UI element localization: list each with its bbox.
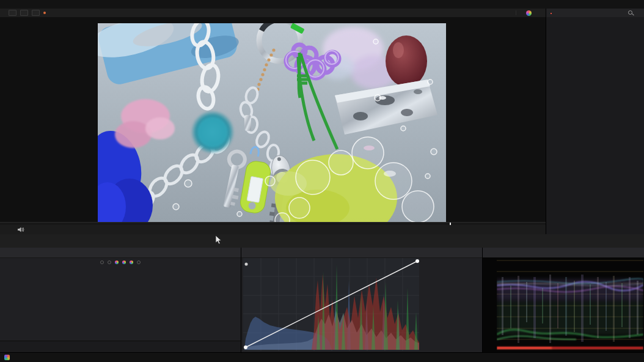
wipe-mode-c-button[interactable] xyxy=(32,10,40,16)
wheel-pagination xyxy=(0,258,241,266)
page-taskbar xyxy=(0,352,644,362)
divider xyxy=(516,10,516,15)
wipe-mode-b-button[interactable] xyxy=(20,10,28,16)
viewer-area xyxy=(0,17,546,222)
scopes-panel-header xyxy=(483,248,644,258)
scopes-panel xyxy=(483,248,644,353)
page-dot-active[interactable] xyxy=(115,260,119,264)
viewer-right-controls xyxy=(506,9,541,17)
project-title-area xyxy=(0,0,644,9)
library-panel-header xyxy=(546,9,644,17)
soft-clip-row xyxy=(422,269,481,278)
color-palette-icon[interactable] xyxy=(526,10,532,16)
waveform-scale xyxy=(484,259,496,350)
page-dot[interactable] xyxy=(100,260,104,264)
transport-bar xyxy=(0,225,546,235)
page-dot-active[interactable] xyxy=(122,260,126,264)
curves-panel xyxy=(241,248,483,353)
davinci-logo-icon xyxy=(4,355,10,360)
viewer-image xyxy=(98,23,446,222)
speaker-icon[interactable] xyxy=(18,227,24,232)
app-brand xyxy=(0,355,13,360)
curves-side-controls xyxy=(422,258,481,352)
hdr-bottom-controls xyxy=(0,341,241,353)
hdr-panel-header xyxy=(0,248,241,258)
curve-graph[interactable] xyxy=(243,258,419,351)
curves-panel-header xyxy=(241,248,482,258)
tab-library[interactable] xyxy=(551,12,552,14)
waveform-scope xyxy=(483,257,644,353)
page-dot[interactable] xyxy=(108,260,111,264)
waveform-trace xyxy=(497,259,643,350)
curve-edit-row xyxy=(422,258,481,267)
effects-library-panel xyxy=(546,17,644,235)
pen-tool-button[interactable] xyxy=(5,227,7,233)
timeline-select[interactable] xyxy=(262,9,264,17)
page-dot-active[interactable] xyxy=(130,260,133,264)
viewer-zoom-controls xyxy=(3,9,48,17)
palette-toolbar xyxy=(0,234,644,248)
top-bar xyxy=(0,0,644,9)
hdr-color-wheels-panel xyxy=(0,248,241,353)
search-icon[interactable] xyxy=(628,10,634,16)
viewer-toolbar-row xyxy=(0,9,644,18)
transport-left-tools xyxy=(5,225,24,234)
mouse-cursor xyxy=(215,235,222,245)
davinci-resolve-window xyxy=(0,0,644,362)
curve-graph-canvas xyxy=(243,258,419,351)
frame-rate-dot xyxy=(43,12,46,14)
wipe-mode-a-button[interactable] xyxy=(9,10,16,16)
page-dot[interactable] xyxy=(137,260,141,264)
frame-rate-indicator xyxy=(43,12,48,14)
